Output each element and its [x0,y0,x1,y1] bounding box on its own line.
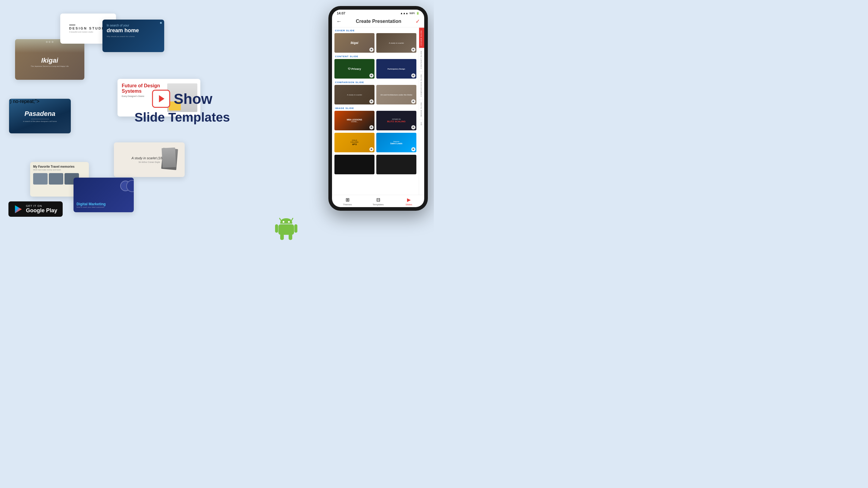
cover-slide-grid: Ikigai 👁 A study in scarlet 👁 [334,33,416,53]
eye-icon-5[interactable]: 👁 [369,99,374,103]
phone-header: ← Create Presentation ✓ [332,16,424,27]
thumb-dark1-bg [334,155,374,174]
dream-home-line2: dream home [107,28,160,34]
templates-label: Templates [373,203,383,206]
eye-icon-6[interactable]: 👁 [411,99,415,103]
slide-thumb-blitz[interactable]: FATHER ON BLITZ SCALING 👁 [376,111,416,130]
content-slide-grid: 🛡 Privacy 👁 Participatory Design 👁 [334,59,416,78]
slide-thumb-sales[interactable]: Improve Sales Leads 👁 [376,133,416,152]
eye-icon-7[interactable]: 👁 [369,125,374,129]
status-bar: 14:07 ▲▲▲ WiFi 🔋 [332,10,424,16]
thumb-blitz-bg: FATHER ON BLITZ SCALING [376,111,416,130]
slide-thumb-cold[interactable]: COLD CALLING tIPS 👁 [334,133,374,152]
eye-icon-3[interactable]: 👁 [369,73,374,78]
google-play-icon [14,205,23,214]
eye-icon-8[interactable]: 👁 [411,125,415,129]
slide-thumb-art[interactable]: Art and Architecture under the Globe 👁 [376,85,416,104]
logo-subtitle-text: Slide Templates [134,110,230,125]
image-slide-label: IMAGE SLIDE [334,107,416,109]
status-time: 14:07 [337,11,345,15]
themes-label: Themes [343,203,352,206]
signal-icon: ▲▲▲ [400,12,408,15]
svg-rect-5 [278,224,294,235]
slide-thumb-study[interactable]: A study in scarlet 👁 [376,33,416,53]
side-tab-image[interactable]: IMAGE SLIDE [419,99,424,119]
logo-show-text: Show [174,91,212,107]
svg-rect-8 [280,234,284,240]
svg-point-4 [288,221,290,223]
center-logo: Show Slide Templates [134,90,230,125]
header-title: Create Presentation [356,19,401,24]
templates-icon: ⊟ [376,197,380,203]
thumb-ikigai-bg: Ikigai [334,33,374,53]
thumb-mba-bg: MBA LESSONS CHAM... [334,111,374,130]
digital-marketing-title: Digital Marketing [76,202,106,206]
bottom-nav: ⊞ Themes ⊟ Templates ▶ Slides [332,195,424,207]
cold-tips-grid: COLD CALLING tIPS 👁 Improve Sales Leads [334,133,416,152]
travel-title: My Favorite Travel memories [33,165,86,168]
travel-subtitle: Work hard make money and travel. [33,169,86,171]
slide-thumb-privacy[interactable]: 🛡 Privacy 👁 [334,59,374,78]
slide-thumb-mba[interactable]: MBA LESSONS CHAM... 👁 [334,111,374,130]
slide-thumb-books[interactable]: A study in scarlet 👁 [334,85,374,104]
eye-icon-4[interactable]: 👁 [411,73,415,78]
card-dream-home: In search of your dream home Why should … [102,20,164,52]
slide-thumb-dark2[interactable] [376,155,416,174]
svg-rect-7 [294,224,298,233]
thumb-privacy-bg: 🛡 Privacy [334,59,374,78]
eye-icon-2[interactable]: 👁 [411,47,415,52]
side-tab-cover[interactable]: COVER SLIDE [419,27,424,48]
content-slide-label: CONTENT SLIDE [334,55,416,58]
themes-icon: ⊞ [346,197,349,203]
eye-icon-10[interactable]: 👁 [411,147,415,152]
svg-point-3 [283,221,284,223]
ikigai-subtitle: The Japanese Secret to a Long and Happy … [31,65,69,67]
google-play-button[interactable]: GET IT ON Google Play [8,201,63,217]
side-tab-comparison[interactable]: COMPARISON SLIDE [419,71,424,99]
status-icons: ▲▲▲ WiFi 🔋 [400,12,420,15]
slide-thumb-dark1[interactable] [334,155,374,174]
image-slide-grid: MBA LESSONS CHAM... 👁 FATHER ON BLITZ SC… [334,111,416,130]
nav-slides[interactable]: ▶ Slides [394,197,424,206]
thumb-sales-bg: Improve Sales Leads [376,133,416,152]
card-ikigai: ✿ ✿ ✿ Ikigai The Japanese Secret to a Lo… [15,39,84,80]
thumb-study-bg: A study in scarlet [376,33,416,53]
digital-marketing-subtitle: How to reach your ideal customers [76,206,106,208]
design-studio-title: DESIGN STUDIO [69,27,107,30]
svg-marker-0 [15,205,22,213]
thumb-dark2-bg [376,155,416,174]
google-play-text: GET IT ON Google Play [26,204,57,214]
slide-panel: COVER SLIDE Ikigai 👁 A study in scarlet … [332,27,419,195]
nav-themes[interactable]: ⊞ Themes [332,197,363,206]
pasadena-title: Pasadena [24,110,56,118]
svg-rect-6 [275,224,278,233]
nav-templates[interactable]: ⊟ Templates [363,197,394,206]
dream-home-line1: In search of your [107,24,160,27]
pasadena-subtitle: in search of the place designers call ho… [19,121,61,122]
google-play-store-text: Google Play [26,207,57,214]
side-tab-qu[interactable]: QU [419,119,424,128]
logo-icon [152,90,170,108]
ikigai-title: Ikigai [31,57,69,64]
card-pasadena: ') no-repeat;"> Pasadena in search of th… [9,99,71,133]
slide-thumb-ikigai[interactable]: Ikigai 👁 [334,33,374,53]
cover-slide-label: COVER SLIDE [334,29,416,32]
side-tab-content[interactable]: CONTENT SLIDE [419,48,424,71]
check-button[interactable]: ✓ [415,18,420,25]
slide-thumb-participatory[interactable]: Participatory Design 👁 [376,59,416,78]
card-scarlet: A study in scarlet (1887) Sir Arthur Con… [114,142,185,177]
phone-content: COVER SLIDE Ikigai 👁 A study in scarlet … [332,27,424,195]
comparison-slide-grid: A study in scarlet 👁 Art and Architectur… [334,85,416,104]
battery-icon: 🔋 [416,12,420,15]
thumb-art-bg: Art and Architecture under the Globe [376,85,416,104]
scarlet-subtitle: Sir Arthur Conan Doyle [138,161,160,163]
phone-screen: 14:07 ▲▲▲ WiFi 🔋 ← Create Presentation ✓… [332,10,424,207]
thumb-books-bg: A study in scarlet [334,85,374,104]
design-studio-subtitle: A beautiful and modern studio [69,31,93,33]
eye-icon-1[interactable]: 👁 [369,47,374,52]
back-button[interactable]: ← [336,19,342,25]
slides-icon: ▶ [407,197,411,203]
dark-slide-grid [334,155,416,174]
svg-rect-9 [289,234,292,240]
eye-icon-9[interactable]: 👁 [369,147,374,152]
